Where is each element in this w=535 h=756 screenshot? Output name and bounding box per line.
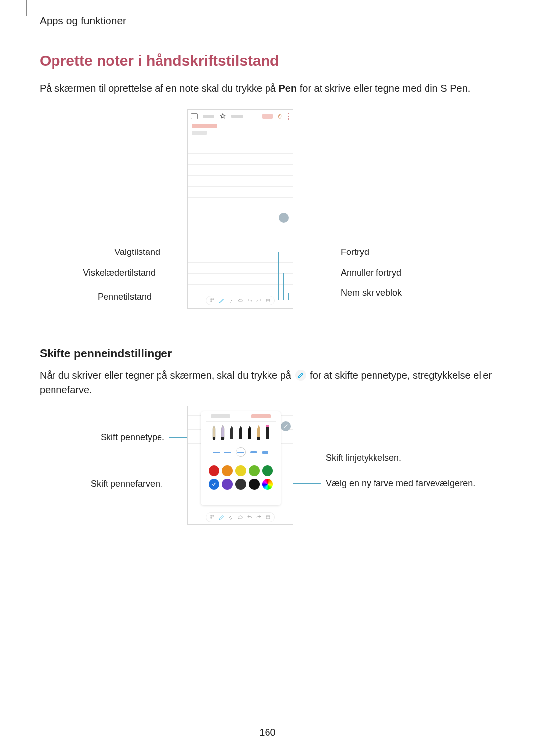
eraser-icon xyxy=(227,297,234,304)
svg-rect-6 xyxy=(257,437,260,440)
panel-tab xyxy=(211,414,230,418)
pen-type xyxy=(228,424,235,441)
select-icon xyxy=(209,297,216,304)
select-icon xyxy=(209,514,216,521)
redo-icon xyxy=(255,297,262,304)
svg-rect-8 xyxy=(266,425,269,427)
note-title-area xyxy=(192,124,217,135)
document-page: Apps og funktioner Oprette noter i hånds… xyxy=(26,0,521,756)
pen-type-row xyxy=(201,424,281,441)
svg-rect-10 xyxy=(213,515,214,516)
svg-rect-4 xyxy=(213,437,215,440)
color-swatch xyxy=(249,479,260,490)
callout-skift-pennetype: Skift pennetype. xyxy=(40,432,187,443)
pen-settings-panel xyxy=(201,411,281,505)
svg-rect-7 xyxy=(266,426,269,439)
connector-line xyxy=(214,273,214,300)
connector-line xyxy=(283,273,284,300)
easypad-icon xyxy=(265,297,271,304)
page-number: 160 xyxy=(0,727,535,738)
connector-line xyxy=(210,252,210,300)
paperclip-icon xyxy=(278,113,283,120)
intro-before: På skærmen til oprettelse af en note ska… xyxy=(40,83,278,94)
color-swatch xyxy=(235,465,246,476)
color-swatch xyxy=(222,465,233,476)
note-date-placeholder xyxy=(192,131,207,135)
top-toolbar xyxy=(188,110,293,123)
app-screenshot-2 xyxy=(187,406,293,525)
callout-skift-linjetykkelse: Skift linjetykkelsen. xyxy=(293,453,442,463)
pen-type xyxy=(237,424,244,441)
pen-type xyxy=(264,424,271,441)
bottom-toolbar xyxy=(206,512,275,522)
thickness-option xyxy=(213,452,220,453)
heading-h2: Oprette noter i håndskriftstilstand xyxy=(40,52,507,69)
pen-type xyxy=(219,424,226,441)
svg-rect-12 xyxy=(266,516,270,519)
color-swatch xyxy=(209,465,219,476)
save-chip xyxy=(262,114,273,119)
svg-rect-9 xyxy=(211,515,212,516)
svg-rect-5 xyxy=(221,437,224,440)
svg-rect-2 xyxy=(211,301,212,302)
connector-line xyxy=(278,252,279,300)
toolbar-placeholder xyxy=(231,115,243,118)
heading-h3: Skifte penneindstillinger xyxy=(40,347,507,360)
thickness-option-selected xyxy=(236,447,246,457)
pen-type xyxy=(246,424,253,441)
intro-bold: Pen xyxy=(278,83,297,94)
panel-tab-active xyxy=(251,414,271,418)
cloud-icon xyxy=(237,514,244,521)
redo-icon xyxy=(255,514,262,521)
note-title-placeholder xyxy=(192,124,217,128)
ruled-canvas xyxy=(188,138,293,294)
color-swatch xyxy=(249,465,260,476)
callout-viskelaeder: Viskelædertilstand xyxy=(40,268,187,278)
running-header: Apps og funktioner xyxy=(40,15,507,27)
panel-tabs xyxy=(201,414,281,418)
svg-rect-3 xyxy=(266,299,270,302)
color-picker-swatch xyxy=(262,479,273,490)
callout-nemskriveblok: Nem skriveblok xyxy=(293,288,422,298)
svg-rect-11 xyxy=(211,517,212,518)
thickness-option xyxy=(224,452,231,453)
pen-thickness-row xyxy=(201,447,281,457)
pen-color-row xyxy=(201,462,281,490)
svg-rect-1 xyxy=(213,299,214,300)
more-icon xyxy=(288,113,290,120)
intro-after: for at skrive eller tegne med din S Pen. xyxy=(297,83,470,94)
intro-paragraph: På skærmen til oprettelse af en note ska… xyxy=(40,81,507,96)
eraser-icon xyxy=(227,514,234,521)
figure-2: Skift pennetype. Skift pennefarven. Skif… xyxy=(40,406,507,540)
callout-pennetilstand: Pennetilstand xyxy=(40,292,187,302)
thickness-option xyxy=(262,451,268,454)
pen-icon xyxy=(218,297,225,304)
pen-icon xyxy=(295,370,306,381)
connector-line xyxy=(288,293,289,300)
connector-line xyxy=(218,297,218,306)
bottom-toolbar xyxy=(206,296,275,305)
cloud-icon xyxy=(237,297,244,304)
thickness-option xyxy=(250,451,257,453)
para2-before: Når du skriver eller tegner på skærmen, … xyxy=(40,370,294,381)
callout-annullerfortryd: Annuller fortryd xyxy=(293,268,422,278)
undo-icon xyxy=(246,514,253,521)
figure-1: Valgtilstand Viskelædertilstand Pennetil… xyxy=(40,109,507,327)
paragraph-2: Når du skriver eller tegner på skærmen, … xyxy=(40,368,507,397)
color-swatch-selected xyxy=(209,479,219,490)
app-screenshot-1 xyxy=(187,109,293,309)
color-swatch xyxy=(222,479,233,490)
voice-fab xyxy=(281,421,291,431)
easypad-icon xyxy=(265,514,271,521)
undo-icon xyxy=(246,297,253,304)
callout-valgtilstand: Valgtilstand xyxy=(40,247,187,257)
callout-skift-pennefarve: Skift pennefarven. xyxy=(40,479,187,489)
callout-fortryd: Fortryd xyxy=(293,247,392,257)
callout-farvevaelger: Vælg en ny farve med farvevælgeren. xyxy=(293,478,457,489)
voice-fab xyxy=(279,213,289,223)
keyboard-icon xyxy=(191,113,198,119)
color-swatch xyxy=(235,479,246,490)
star-icon xyxy=(219,113,226,120)
pen-icon xyxy=(218,514,225,521)
color-swatch xyxy=(262,465,273,476)
